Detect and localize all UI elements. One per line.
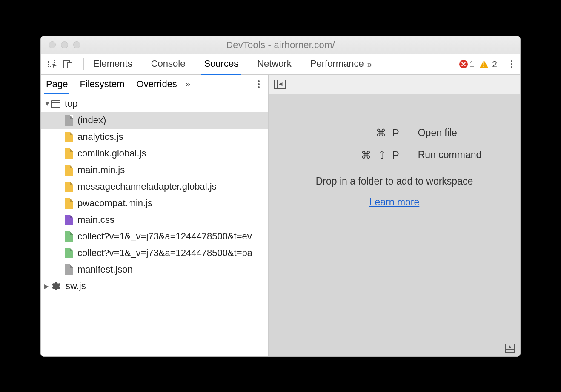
file-name: (index) [77, 115, 106, 126]
subtab-page[interactable]: Page [46, 79, 68, 90]
file-icon [65, 148, 73, 159]
tab-performance[interactable]: Performance [310, 58, 364, 70]
separator [83, 58, 84, 70]
file-icon [65, 115, 73, 126]
file-item[interactable]: (index) [41, 112, 268, 129]
file-name: pwacompat.min.js [77, 198, 152, 209]
file-item[interactable]: main.min.js [41, 162, 268, 179]
file-item[interactable]: collect?v=1&_v=j73&a=1244478500&t=pa [41, 245, 268, 261]
editor-pane: ⌘ P Open file ⌘ ⇧ P Run command Drop in … [269, 75, 520, 356]
subtab-overrides[interactable]: Overrides [137, 79, 177, 90]
file-item[interactable]: collect?v=1&_v=j73&a=1244478500&t=ev [41, 228, 268, 245]
toggle-drawer-icon[interactable] [505, 344, 515, 353]
device-toolbar-icon[interactable] [62, 58, 74, 70]
tab-sources[interactable]: Sources [204, 58, 238, 70]
service-worker-icon [51, 281, 61, 291]
error-count[interactable]: 1 2 [459, 59, 497, 69]
file-icon [65, 231, 73, 242]
file-item[interactable]: comlink.global.js [41, 145, 268, 162]
titlebar: DevTools - airhorner.com/ [41, 36, 520, 54]
file-icon [65, 215, 73, 225]
disclosure-triangle-icon[interactable] [44, 283, 51, 290]
file-name: analytics.js [77, 131, 123, 142]
file-icon [65, 165, 73, 176]
subtab-filesystem[interactable]: Filesystem [80, 79, 124, 90]
inspect-element-icon[interactable] [47, 58, 59, 70]
svg-rect-2 [68, 62, 72, 68]
main-toolbar: ElementsConsoleSourcesNetworkPerformance… [41, 54, 520, 75]
devtools-window: DevTools - airhorner.com/ ElementsConsol… [40, 36, 521, 357]
file-name: collect?v=1&_v=j73&a=1244478500&t=pa [77, 247, 252, 258]
file-item[interactable]: main.css [41, 212, 268, 228]
file-icon [65, 198, 73, 209]
sources-navigator: PageFilesystemOverrides » top (index)ana… [41, 75, 269, 356]
tab-network[interactable]: Network [257, 58, 292, 70]
minimize-window-button[interactable] [61, 41, 68, 48]
learn-more-link[interactable]: Learn more [369, 196, 420, 208]
navigator-menu-icon[interactable] [253, 80, 265, 88]
tab-elements[interactable]: Elements [93, 58, 132, 70]
more-navigator-tabs-icon[interactable]: » [186, 79, 190, 89]
run-command-label: Run command [418, 149, 482, 161]
file-name: collect?v=1&_v=j73&a=1244478500&t=ev [77, 231, 252, 242]
file-name: comlink.global.js [77, 148, 146, 159]
tree-root-top[interactable]: top [41, 96, 268, 112]
file-name: main.css [77, 214, 114, 225]
close-window-button[interactable] [49, 41, 56, 48]
workspace-drop-hint: Drop in a folder to add to workspace [316, 176, 473, 187]
editor-tab-bar [269, 75, 520, 94]
file-icon [65, 132, 73, 142]
file-icon [65, 182, 73, 192]
file-icon [65, 248, 73, 258]
window-title: DevTools - airhorner.com/ [41, 40, 520, 51]
file-tree[interactable]: top (index)analytics.jscomlink.global.js… [41, 94, 268, 356]
open-file-shortcut: ⌘ P [376, 127, 401, 139]
frame-icon [51, 100, 60, 108]
disclosure-triangle-icon[interactable] [44, 100, 51, 107]
settings-menu-icon[interactable] [506, 60, 518, 68]
file-item[interactable]: messagechanneladapter.global.js [41, 179, 268, 195]
file-item[interactable]: analytics.js [41, 129, 268, 145]
file-item[interactable]: pwacompat.min.js [41, 195, 268, 212]
file-name: manifest.json [77, 264, 133, 275]
warning-icon [479, 60, 489, 68]
run-command-shortcut: ⌘ ⇧ P [361, 149, 401, 161]
more-tabs-icon[interactable]: » [367, 60, 372, 69]
navigator-tabs: PageFilesystemOverrides » [41, 75, 268, 94]
file-name: main.min.js [77, 165, 125, 176]
open-file-label: Open file [418, 127, 482, 139]
file-name: messagechanneladapter.global.js [77, 181, 217, 192]
zoom-window-button[interactable] [73, 41, 80, 48]
traffic-lights [49, 41, 80, 48]
tree-sw[interactable]: sw.js [41, 278, 268, 295]
file-item[interactable]: manifest.json [41, 261, 268, 278]
tab-console[interactable]: Console [151, 58, 186, 70]
file-icon [65, 264, 73, 275]
error-icon [459, 60, 468, 68]
collapse-navigator-icon[interactable] [274, 80, 286, 89]
editor-placeholder: ⌘ P Open file ⌘ ⇧ P Run command Drop in … [269, 94, 520, 208]
